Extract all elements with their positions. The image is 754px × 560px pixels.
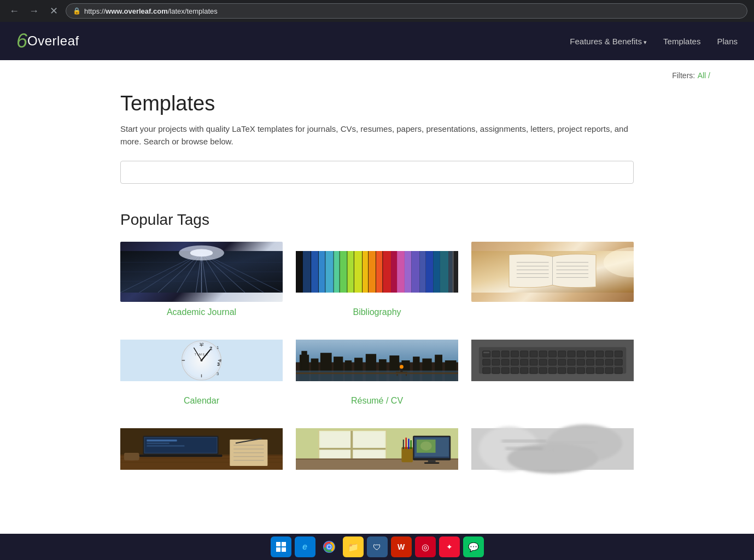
svg-rect-121 [587,351,594,357]
svg-rect-118 [558,351,566,357]
svg-rect-101 [296,371,458,381]
svg-rect-145 [530,368,537,374]
blur-svg [471,419,634,479]
svg-rect-132 [549,359,557,365]
back-button[interactable]: ← [7,3,22,19]
svg-point-16 [190,249,213,257]
features-benefits-link[interactable]: Features & Benefits [570,37,647,46]
svg-rect-144 [521,368,528,374]
svg-rect-30 [383,251,391,293]
svg-rect-166 [147,445,184,447]
forward-button[interactable]: → [26,3,42,19]
tag-card-academic-journal[interactable]: Academic Journal [120,242,283,317]
svg-rect-167 [139,454,223,457]
svg-rect-130 [530,359,537,365]
svg-rect-143 [511,368,519,374]
svg-rect-117 [549,351,557,357]
svg-rect-129 [521,359,528,365]
tag-image-blur [471,419,634,479]
search-input[interactable] [120,161,634,184]
tag-card-blur[interactable] [471,419,634,485]
tag-label-academic-journal[interactable]: Academic Journal [167,307,236,317]
resume-cv-svg [296,330,458,390]
svg-text:3: 3 [217,361,220,367]
svg-rect-112 [501,351,509,357]
page-header: Templates Start your projects with quali… [0,86,754,195]
tag-label-calendar[interactable]: Calendar [184,396,219,405]
svg-rect-196 [424,462,440,464]
address-bar[interactable]: 🔒 https://www.overleaf.com/latex/templat… [66,3,747,19]
tag-image-laptop [120,419,283,479]
tag-label-resume-cv[interactable]: Résumé / CV [351,396,403,405]
svg-rect-25 [347,251,354,293]
svg-rect-24 [340,251,347,293]
svg-rect-142 [501,368,509,374]
popular-tags-section: Popular Tags [0,195,754,495]
svg-rect-176 [124,453,139,460]
tags-grid: Academic Journal [120,242,634,485]
svg-rect-53 [453,251,454,293]
tag-card-book[interactable] [471,242,634,317]
svg-point-194 [420,441,432,451]
svg-rect-111 [492,351,500,357]
brand-logo[interactable]: 6 Overleaf [16,31,79,51]
laptop-svg [120,419,283,479]
svg-rect-138 [605,359,613,365]
svg-rect-165 [147,442,169,444]
svg-rect-35 [420,251,426,293]
svg-rect-18 [296,251,302,293]
tag-image-resume-cv [296,330,458,390]
tag-card-laptop[interactable] [120,419,283,485]
url-text: https://www.overleaf.com/latex/templates [84,7,740,15]
close-button[interactable]: ✕ [46,3,61,19]
book-svg [471,242,634,302]
svg-rect-131 [539,359,547,365]
svg-rect-123 [605,351,613,357]
templates-link[interactable]: Templates [663,37,700,46]
svg-rect-31 [391,251,397,293]
tag-card-window[interactable] [296,419,458,485]
svg-rect-204 [547,441,596,444]
svg-rect-34 [411,251,419,293]
filters-all-link[interactable]: All / [698,71,710,81]
svg-rect-26 [354,251,362,293]
svg-rect-37 [433,251,440,293]
page-description: Start your projects with quality LaTeX t… [120,123,634,148]
svg-rect-33 [405,251,411,293]
svg-text:1: 1 [217,345,219,350]
svg-rect-154 [615,368,622,374]
svg-rect-127 [501,359,509,365]
plans-link[interactable]: Plans [717,37,738,46]
svg-rect-140 [483,368,490,374]
svg-rect-148 [558,368,566,374]
svg-rect-137 [596,359,604,365]
tag-image-typewriter [471,330,634,390]
svg-rect-116 [539,351,547,357]
svg-rect-107 [296,372,458,374]
bibliography-svg [296,242,458,302]
svg-rect-126 [492,359,500,365]
svg-rect-139 [615,359,622,365]
tag-card-resume-cv[interactable]: Résumé / CV [296,330,458,406]
lock-icon: 🔒 [73,7,81,15]
tag-image-calendar: 12 1 2 3 2 3 TIMEX [120,330,283,390]
tag-card-calendar[interactable]: 12 1 2 3 2 3 TIMEX [120,330,283,406]
svg-rect-185 [401,447,413,463]
filters-bar: Filters: All / [0,71,754,81]
tag-label-bibliography[interactable]: Bibliography [353,307,401,317]
svg-rect-124 [615,351,622,357]
tag-card-typewriter[interactable] [471,330,634,406]
calendar-svg: 12 1 2 3 2 3 TIMEX [120,330,283,390]
page-title: Templates [120,92,634,115]
svg-point-79 [200,359,202,361]
svg-rect-203 [505,447,543,451]
svg-rect-135 [577,359,585,365]
filters-label: Filters: [672,71,695,81]
svg-rect-119 [568,351,575,357]
tag-image-book [471,242,634,302]
svg-rect-136 [587,359,594,365]
svg-text:3: 3 [217,371,219,376]
tag-card-bibliography[interactable]: Bibliography [296,242,458,317]
svg-rect-114 [521,351,528,357]
svg-rect-155 [483,352,489,353]
